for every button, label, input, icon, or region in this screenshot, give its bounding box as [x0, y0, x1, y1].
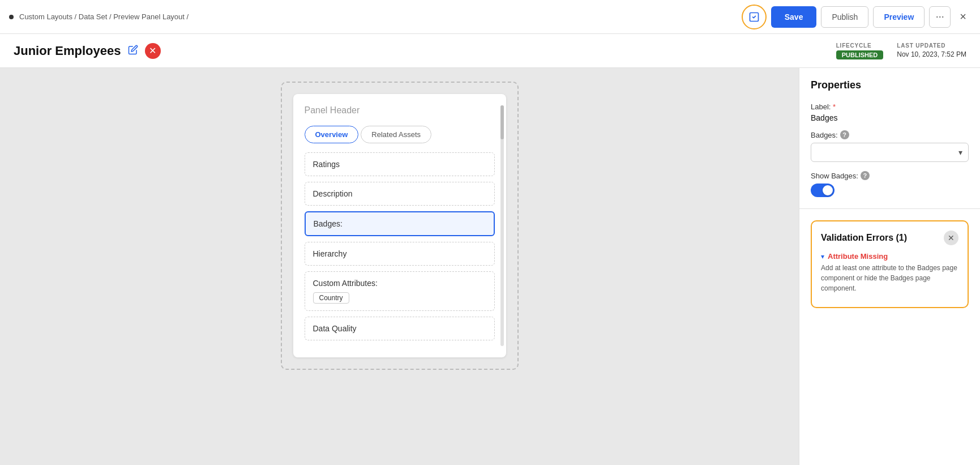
scrollbar-track: [500, 105, 504, 346]
properties-title: Properties: [811, 79, 969, 91]
custom-attrs-label: Custom Attributes:: [313, 279, 486, 288]
last-updated-value: Nov 10, 2023, 7:52 PM: [897, 50, 966, 58]
save-button[interactable]: Save: [771, 6, 817, 28]
panel-card: Panel Header Overview Related Assets Rat…: [293, 94, 506, 357]
tab-overview[interactable]: Overview: [305, 126, 359, 143]
delete-icon[interactable]: ✕: [145, 43, 161, 59]
attr-chip-country: Country: [313, 292, 349, 304]
label-value: Badges: [811, 113, 969, 122]
badges-dropdown[interactable]: ▾: [811, 143, 969, 162]
badges-help-icon[interactable]: ?: [840, 130, 849, 139]
last-updated-label: LAST UPDATED: [897, 42, 945, 49]
show-badges-label: Show Badges: ?: [811, 171, 969, 180]
edit-icon[interactable]: [128, 45, 138, 57]
panel-item-custom-attributes[interactable]: Custom Attributes: Country: [305, 271, 495, 311]
right-panel: Properties Label: * Badges Badges: ? ▾ S…: [799, 68, 980, 465]
breadcrumb-text: Custom Layouts / Data Set / Preview Pane…: [19, 12, 189, 21]
top-bar-actions: Save Publish Preview ··· ×: [742, 5, 971, 29]
panel-header-label: Panel Header: [305, 105, 495, 116]
label-field-label: Label: *: [811, 103, 969, 111]
error-title: Attribute Missing: [828, 252, 888, 261]
tab-related-assets[interactable]: Related Assets: [361, 126, 431, 143]
error-description: Add at least one attribute to the Badges…: [821, 263, 958, 293]
toggle-knob: [823, 185, 833, 195]
divider: [799, 208, 980, 209]
panel-container: Panel Header Overview Related Assets Rat…: [281, 82, 519, 370]
validation-errors-box: Validation Errors (1) ✕ ▾ Attribute Miss…: [811, 220, 969, 308]
preview-button[interactable]: Preview: [873, 6, 925, 28]
scrollbar[interactable]: [500, 105, 504, 346]
chevron-icon: ▾: [821, 253, 824, 261]
page-title: Junior Employees: [14, 44, 121, 58]
show-badges-help-icon[interactable]: ?: [861, 171, 870, 180]
top-bar: Custom Layouts / Data Set / Preview Pane…: [0, 0, 980, 34]
chevron-down-icon: ▾: [958, 148, 962, 157]
more-icon: ···: [936, 11, 944, 23]
page-header: Junior Employees ✕ LIFECYCLE PUBLISHED L…: [0, 34, 980, 68]
show-badges-toggle[interactable]: [811, 184, 835, 197]
panel-item-badges[interactable]: Badges:: [305, 211, 495, 236]
panel-item-description[interactable]: Description: [305, 182, 495, 206]
main-content: Panel Header Overview Related Assets Rat…: [0, 68, 980, 465]
lifecycle-status-badge: PUBLISHED: [836, 50, 884, 59]
lifecycle-label: LIFECYCLE: [836, 42, 872, 49]
panel-item-ratings[interactable]: Ratings: [305, 152, 495, 176]
canvas-area: Panel Header Overview Related Assets Rat…: [0, 68, 799, 465]
close-button[interactable]: ×: [955, 8, 971, 25]
breadcrumb-dot: [9, 15, 14, 19]
error-title-row: ▾ Attribute Missing: [821, 252, 958, 261]
lifecycle-block: LIFECYCLE PUBLISHED: [836, 42, 884, 59]
validation-title: Validation Errors (1): [821, 233, 907, 243]
required-marker: *: [833, 103, 836, 111]
panel-item-hierarchy[interactable]: Hierarchy: [305, 242, 495, 266]
validation-close-button[interactable]: ✕: [944, 231, 958, 245]
badges-field-label: Badges: ?: [811, 130, 969, 139]
save-icon-button[interactable]: [742, 5, 767, 29]
panel-tabs: Overview Related Assets: [305, 126, 495, 143]
validation-header: Validation Errors (1) ✕: [821, 231, 958, 245]
validation-error-item: ▾ Attribute Missing Add at least one att…: [821, 252, 958, 293]
panel-item-data-quality[interactable]: Data Quality: [305, 317, 495, 340]
page-title-row: Junior Employees ✕: [14, 43, 161, 59]
delete-x: ✕: [149, 45, 156, 56]
publish-button[interactable]: Publish: [821, 6, 868, 28]
breadcrumb: Custom Layouts / Data Set / Preview Pane…: [9, 12, 189, 21]
lifecycle-row: LIFECYCLE PUBLISHED LAST UPDATED Nov 10,…: [836, 42, 966, 59]
scrollbar-thumb: [500, 105, 504, 139]
more-button[interactable]: ···: [929, 6, 951, 28]
last-updated-block: LAST UPDATED Nov 10, 2023, 7:52 PM: [897, 42, 966, 58]
show-badges-toggle-row: [811, 184, 969, 197]
